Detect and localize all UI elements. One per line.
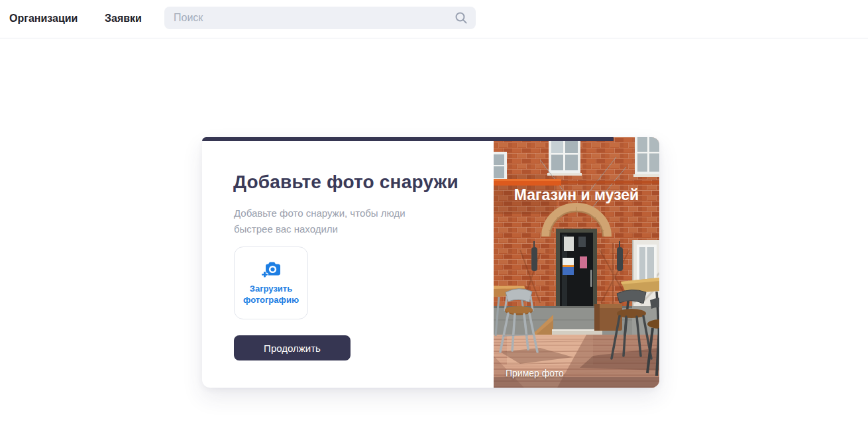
upload-photo-tile[interactable]: Загрузить фотографию (234, 247, 308, 319)
top-navigation-bar: Организации Заявки (0, 0, 868, 38)
search-box[interactable] (164, 7, 476, 29)
onboarding-card: Добавьте фото снаружи Добавьте фото снар… (202, 137, 659, 388)
modal-title: Добавьте фото снаружи (233, 172, 459, 193)
nav-tab-requests[interactable]: Заявки (105, 0, 142, 37)
modal-subtitle-line1: Добавьте фото снаружи, чтобы люди (234, 205, 406, 221)
search-icon[interactable] (455, 11, 468, 25)
modal-subtitle: Добавьте фото снаружи, чтобы люди быстре… (234, 205, 406, 237)
upload-tile-label: Загрузить фотографию (242, 283, 300, 305)
page: Организации Заявки Добавьте фото снаружи… (0, 0, 868, 442)
progress-bar (202, 137, 614, 141)
search-input[interactable] (172, 11, 449, 25)
example-photo-illustration: Магазин и музей (494, 137, 659, 388)
continue-button[interactable]: Продолжить (234, 335, 351, 360)
example-photo: Магазин и музей (494, 137, 659, 388)
nav-tab-organizations[interactable]: Организации (9, 0, 78, 37)
modal-subtitle-line2: быстрее вас находили (234, 221, 406, 237)
photo-sign-text: Магазин и музей (514, 186, 639, 203)
camera-plus-icon (261, 261, 281, 278)
photo-caption: Пример фото (506, 368, 564, 378)
